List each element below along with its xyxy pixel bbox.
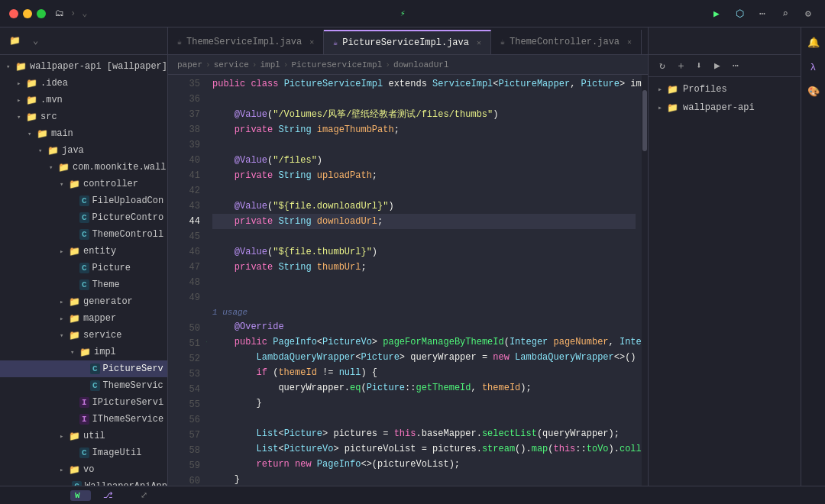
debug-button[interactable]: ⬡ bbox=[732, 6, 747, 21]
line-number-24: 58 bbox=[168, 443, 200, 458]
project-label[interactable]: 🗂 › ⌄ bbox=[55, 8, 87, 19]
sidebar-item-22[interactable]: IIThemeService bbox=[0, 411, 167, 428]
token: PictureMapper bbox=[499, 76, 571, 92]
close-button[interactable] bbox=[9, 9, 18, 18]
settings-button[interactable]: ⚙ bbox=[801, 6, 816, 21]
code-lines[interactable]: public class PictureServiceImpl extends … bbox=[206, 75, 642, 486]
sidebar-item-20[interactable]: CThemeServic bbox=[0, 377, 167, 394]
code-line-8: @Value("${file.downloadUrl}") bbox=[212, 199, 636, 214]
tab-2[interactable]: ☕PictureServiceImpl.java✕ bbox=[324, 30, 491, 54]
sidebar-item-11[interactable]: CThemeControll bbox=[0, 226, 167, 243]
line-number-21: 55 bbox=[168, 397, 200, 412]
sidebar-item-18[interactable]: ▾📁impl bbox=[0, 344, 167, 360]
tab-close[interactable]: ✕ bbox=[627, 37, 632, 47]
line-number-19: 53 bbox=[168, 367, 200, 382]
tab-1[interactable]: ☕ThemeServiceImpl.java✕ bbox=[168, 30, 324, 54]
sidebar-item-17[interactable]: ▾📁service bbox=[0, 327, 167, 344]
folder-icon: 🗂 bbox=[55, 8, 64, 19]
token: , bbox=[471, 380, 481, 396]
maven-refresh-button[interactable]: ↻ bbox=[655, 58, 670, 73]
folder-icon: 📁 bbox=[69, 330, 80, 341]
maven-more-button[interactable]: ⋯ bbox=[728, 58, 743, 73]
tree-label: service bbox=[83, 330, 121, 341]
maven-add-button[interactable]: ＋ bbox=[673, 58, 688, 73]
sidebar-item-1[interactable]: ▾📁wallpaper-api [wallpaper] bbox=[0, 58, 167, 75]
token: ) bbox=[388, 199, 393, 214]
sidebar-item-24[interactable]: CImageUtil bbox=[0, 444, 167, 461]
token: getThemeId bbox=[416, 380, 471, 396]
breadcrumb-paper: paper bbox=[177, 60, 202, 69]
tab-3[interactable]: ☕ThemeController.java✕ bbox=[491, 30, 642, 54]
token: ; bbox=[394, 122, 400, 137]
project-icon: 📁 bbox=[9, 35, 21, 47]
tree-label: PictureContro bbox=[92, 212, 164, 223]
palette-button[interactable]: 🎨 bbox=[804, 82, 823, 101]
search-button[interactable]: ⌕ bbox=[778, 6, 793, 21]
tab-close[interactable]: ✕ bbox=[477, 38, 481, 47]
tree-label: controller bbox=[83, 179, 138, 189]
token: :: bbox=[575, 441, 586, 457]
minimize-button[interactable] bbox=[23, 9, 32, 18]
folder-icon: 📁 bbox=[69, 313, 80, 325]
token bbox=[212, 122, 235, 137]
maven-download-button[interactable]: ⬇ bbox=[691, 58, 707, 73]
tree-arrow: ▸ bbox=[17, 96, 26, 105]
sidebar-item-10[interactable]: CPictureContro bbox=[0, 209, 167, 226]
tree-label: ThemeServic bbox=[103, 380, 163, 391]
tree-arrow: ▾ bbox=[17, 113, 26, 121]
token: List bbox=[257, 441, 279, 457]
token: pageForManageByThemeId bbox=[383, 334, 503, 350]
run-button[interactable]: ▶ bbox=[709, 6, 724, 21]
class-icon: C bbox=[79, 212, 89, 223]
sidebar-tree[interactable]: ▾📁wallpaper-api [wallpaper]▸📁.idea▸📁.mvn… bbox=[0, 55, 167, 486]
maven-toolbar[interactable]: ↻ ＋ ⬇ ▶ ⋯ bbox=[649, 55, 801, 77]
sidebar-item-21[interactable]: IIPictureServi bbox=[0, 394, 167, 411]
maven-item-1[interactable]: ▸📁wallpaper-api bbox=[649, 99, 801, 117]
code-line-18: LambdaQueryWrapper<Picture> queryWrapper… bbox=[212, 350, 636, 365]
sidebar-item-2[interactable]: ▸📁.idea bbox=[0, 75, 167, 92]
maven-item-0[interactable]: ▸📁Profiles bbox=[649, 80, 801, 99]
sidebar-item-19[interactable]: CPictureServ bbox=[0, 360, 167, 377]
token: PageInfo bbox=[273, 334, 317, 350]
sidebar-item-13[interactable]: CPicture bbox=[0, 260, 167, 276]
maven-tree[interactable]: ▸📁Profiles▸📁wallpaper-api bbox=[649, 77, 801, 486]
status-expand-button[interactable]: ⤢ bbox=[141, 490, 147, 500]
tab-close[interactable]: ✕ bbox=[309, 37, 314, 47]
token: PageInfo bbox=[317, 457, 361, 472]
token: ; bbox=[361, 260, 366, 275]
more-button[interactable]: ⋯ bbox=[755, 6, 770, 21]
maven-arrow: ▸ bbox=[658, 103, 662, 112]
sidebar-item-23[interactable]: ▸📁util bbox=[0, 428, 167, 444]
sidebar-item-6[interactable]: ▾📁java bbox=[0, 142, 167, 159]
sidebar-item-4[interactable]: ▾📁src bbox=[0, 108, 167, 125]
tab-4[interactable]: ☕PictureController.java✕ bbox=[642, 30, 648, 54]
sidebar-item-25[interactable]: ▸📁vo bbox=[0, 461, 167, 478]
tree-label: com.moonkite.wall bbox=[73, 162, 166, 173]
sidebar-item-7[interactable]: ▾📁com.moonkite.wall bbox=[0, 159, 167, 176]
token: ( bbox=[273, 365, 278, 380]
notifications-button[interactable]: 🔔 bbox=[804, 34, 823, 52]
code-editor[interactable]: 3536373839404142434445464748495051525354… bbox=[168, 75, 648, 486]
tree-label: wallpaper-api [wallpaper] bbox=[30, 61, 167, 72]
sidebar-item-26[interactable]: CWallpaperApiApp bbox=[0, 478, 167, 486]
sidebar-item-15[interactable]: ▸📁generator bbox=[0, 293, 167, 310]
status-project-badge[interactable]: W bbox=[70, 490, 91, 501]
sidebar-item-8[interactable]: ▾📁controller bbox=[0, 176, 167, 192]
scroll-thumb[interactable] bbox=[642, 90, 647, 151]
sidebar-item-5[interactable]: ▾📁main bbox=[0, 125, 167, 142]
sidebar-item-9[interactable]: CFileUploadCon bbox=[0, 192, 167, 209]
tree-label: entity bbox=[83, 246, 116, 257]
scroll-indicator[interactable] bbox=[642, 75, 648, 486]
lambda-button[interactable]: λ bbox=[804, 58, 823, 76]
maximize-button[interactable] bbox=[37, 9, 46, 18]
sidebar-item-16[interactable]: ▸📁mapper bbox=[0, 310, 167, 327]
token: imageThumbPath bbox=[317, 122, 394, 137]
sidebar-item-12[interactable]: ▸📁entity bbox=[0, 243, 167, 260]
maven-run-button[interactable]: ▶ bbox=[710, 58, 725, 73]
token: ( bbox=[548, 441, 553, 457]
code-line-19: if (themeId != null) { bbox=[212, 365, 636, 380]
token bbox=[212, 426, 257, 441]
sidebar-item-3[interactable]: ▸📁.mvn bbox=[0, 92, 167, 108]
line-numbers: 3536373839404142434445464748495051525354… bbox=[168, 75, 206, 486]
sidebar-item-14[interactable]: CTheme bbox=[0, 276, 167, 293]
